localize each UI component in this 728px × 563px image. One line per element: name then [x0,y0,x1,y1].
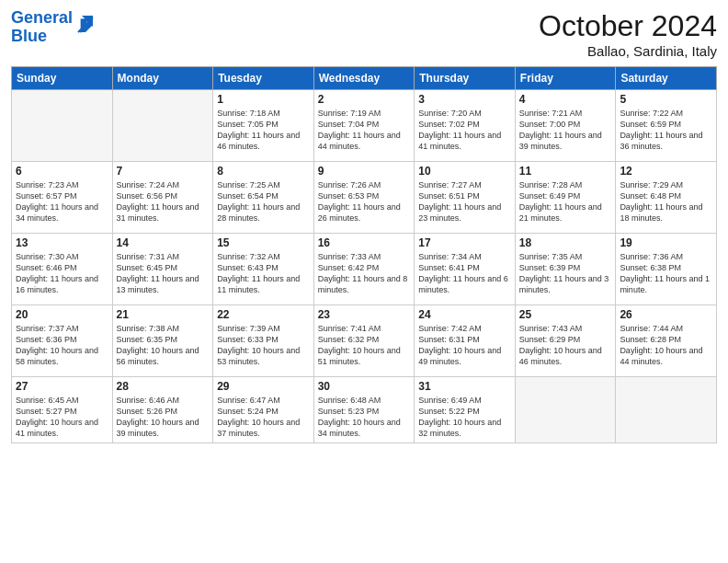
day-info: Sunrise: 7:42 AM Sunset: 6:31 PM Dayligh… [418,323,511,368]
day-number: 21 [117,308,210,321]
calendar-week-row: 1Sunrise: 7:18 AM Sunset: 7:05 PM Daylig… [12,90,717,162]
th-monday: Monday [112,67,213,90]
calendar-cell: 8Sunrise: 7:25 AM Sunset: 6:54 PM Daylig… [213,162,314,234]
calendar-week-row: 20Sunrise: 7:37 AM Sunset: 6:36 PM Dayli… [12,305,717,377]
day-info: Sunrise: 7:38 AM Sunset: 6:35 PM Dayligh… [117,323,210,368]
calendar-cell: 29Sunrise: 6:47 AM Sunset: 5:24 PM Dayli… [213,377,314,443]
day-info: Sunrise: 7:39 AM Sunset: 6:33 PM Dayligh… [217,323,310,368]
th-saturday: Saturday [616,67,717,90]
day-number: 9 [318,165,411,178]
calendar-cell: 28Sunrise: 6:46 AM Sunset: 5:26 PM Dayli… [112,377,213,443]
day-number: 2 [318,93,411,106]
day-info: Sunrise: 7:29 AM Sunset: 6:48 PM Dayligh… [620,179,712,224]
day-number: 29 [217,380,310,393]
day-info: Sunrise: 7:23 AM Sunset: 6:57 PM Dayligh… [16,179,108,224]
calendar-cell: 11Sunrise: 7:28 AM Sunset: 6:49 PM Dayli… [515,162,616,234]
calendar-cell [616,377,717,443]
calendar-cell: 5Sunrise: 7:22 AM Sunset: 6:59 PM Daylig… [616,90,717,162]
calendar-week-row: 6Sunrise: 7:23 AM Sunset: 6:57 PM Daylig… [12,162,717,234]
day-number: 4 [519,93,612,106]
day-number: 16 [318,236,411,249]
day-info: Sunrise: 7:41 AM Sunset: 6:32 PM Dayligh… [318,323,411,368]
day-info: Sunrise: 6:45 AM Sunset: 5:27 PM Dayligh… [16,395,108,440]
day-number: 22 [217,308,310,321]
day-number: 7 [117,165,210,178]
th-wednesday: Wednesday [313,67,415,90]
calendar-cell: 26Sunrise: 7:44 AM Sunset: 6:28 PM Dayli… [616,305,717,377]
location: Ballao, Sardinia, Italy [539,43,717,59]
page-container: General Blue October 2024 Ballao, Sardin… [0,0,728,451]
calendar-cell: 17Sunrise: 7:34 AM Sunset: 6:41 PM Dayli… [415,234,516,305]
title-block: October 2024 Ballao, Sardinia, Italy [539,9,717,59]
day-info: Sunrise: 7:37 AM Sunset: 6:36 PM Dayligh… [16,323,108,368]
th-thursday: Thursday [415,67,516,90]
day-number: 1 [217,93,310,106]
calendar-cell: 9Sunrise: 7:26 AM Sunset: 6:53 PM Daylig… [313,162,415,234]
calendar-cell: 1Sunrise: 7:18 AM Sunset: 7:05 PM Daylig… [213,90,314,162]
day-info: Sunrise: 7:18 AM Sunset: 7:05 PM Dayligh… [217,108,310,153]
calendar-cell: 30Sunrise: 6:48 AM Sunset: 5:23 PM Dayli… [313,377,415,443]
day-number: 5 [620,93,712,106]
calendar-cell: 10Sunrise: 7:27 AM Sunset: 6:51 PM Dayli… [415,162,516,234]
calendar-week-row: 27Sunrise: 6:45 AM Sunset: 5:27 PM Dayli… [12,377,717,443]
day-info: Sunrise: 7:20 AM Sunset: 7:02 PM Dayligh… [418,108,511,153]
th-sunday: Sunday [12,67,113,90]
calendar-cell: 4Sunrise: 7:21 AM Sunset: 7:00 PM Daylig… [515,90,616,162]
day-info: Sunrise: 7:26 AM Sunset: 6:53 PM Dayligh… [318,179,411,224]
calendar-cell: 27Sunrise: 6:45 AM Sunset: 5:27 PM Dayli… [12,377,113,443]
day-number: 26 [620,308,712,321]
calendar-cell [12,90,113,162]
day-number: 24 [418,308,511,321]
day-info: Sunrise: 7:25 AM Sunset: 6:54 PM Dayligh… [217,179,310,224]
calendar-week-row: 13Sunrise: 7:30 AM Sunset: 6:46 PM Dayli… [12,234,717,305]
th-tuesday: Tuesday [213,67,314,90]
day-info: Sunrise: 7:32 AM Sunset: 6:43 PM Dayligh… [217,251,310,296]
th-friday: Friday [515,67,616,90]
day-number: 13 [16,236,108,249]
day-info: Sunrise: 7:22 AM Sunset: 6:59 PM Dayligh… [620,108,712,153]
day-number: 15 [217,236,310,249]
day-number: 28 [117,380,210,393]
calendar-cell: 23Sunrise: 7:41 AM Sunset: 6:32 PM Dayli… [313,305,415,377]
day-info: Sunrise: 7:27 AM Sunset: 6:51 PM Dayligh… [418,179,511,224]
calendar-cell: 24Sunrise: 7:42 AM Sunset: 6:31 PM Dayli… [415,305,516,377]
calendar-cell: 22Sunrise: 7:39 AM Sunset: 6:33 PM Dayli… [213,305,314,377]
calendar-cell: 31Sunrise: 6:49 AM Sunset: 5:22 PM Dayli… [415,377,516,443]
calendar-table: Sunday Monday Tuesday Wednesday Thursday… [11,66,717,443]
calendar-cell [515,377,616,443]
day-number: 19 [620,236,712,249]
calendar-cell: 18Sunrise: 7:35 AM Sunset: 6:39 PM Dayli… [515,234,616,305]
calendar-cell: 7Sunrise: 7:24 AM Sunset: 6:56 PM Daylig… [112,162,213,234]
day-number: 20 [16,308,108,321]
calendar-cell: 20Sunrise: 7:37 AM Sunset: 6:36 PM Dayli… [12,305,113,377]
day-number: 27 [16,380,108,393]
day-info: Sunrise: 7:33 AM Sunset: 6:42 PM Dayligh… [318,251,411,296]
day-info: Sunrise: 7:21 AM Sunset: 7:00 PM Dayligh… [519,108,612,153]
day-info: Sunrise: 7:44 AM Sunset: 6:28 PM Dayligh… [620,323,712,368]
day-info: Sunrise: 7:28 AM Sunset: 6:49 PM Dayligh… [519,179,612,224]
calendar-cell: 3Sunrise: 7:20 AM Sunset: 7:02 PM Daylig… [415,90,516,162]
calendar-cell: 12Sunrise: 7:29 AM Sunset: 6:48 PM Dayli… [616,162,717,234]
day-number: 14 [117,236,210,249]
logo: General Blue [11,9,95,46]
day-info: Sunrise: 7:31 AM Sunset: 6:45 PM Dayligh… [117,251,210,296]
day-number: 10 [418,165,511,178]
calendar-cell: 19Sunrise: 7:36 AM Sunset: 6:38 PM Dayli… [616,234,717,305]
day-number: 8 [217,165,310,178]
day-info: Sunrise: 7:34 AM Sunset: 6:41 PM Dayligh… [418,251,511,296]
day-info: Sunrise: 7:24 AM Sunset: 6:56 PM Dayligh… [117,179,210,224]
day-number: 23 [318,308,411,321]
calendar-cell: 25Sunrise: 7:43 AM Sunset: 6:29 PM Dayli… [515,305,616,377]
day-number: 17 [418,236,511,249]
day-info: Sunrise: 7:36 AM Sunset: 6:38 PM Dayligh… [620,251,712,296]
calendar-cell: 2Sunrise: 7:19 AM Sunset: 7:04 PM Daylig… [313,90,415,162]
calendar-cell: 16Sunrise: 7:33 AM Sunset: 6:42 PM Dayli… [313,234,415,305]
day-info: Sunrise: 6:47 AM Sunset: 5:24 PM Dayligh… [217,395,310,440]
day-info: Sunrise: 6:46 AM Sunset: 5:26 PM Dayligh… [117,395,210,440]
header: General Blue October 2024 Ballao, Sardin… [11,9,717,59]
day-info: Sunrise: 7:43 AM Sunset: 6:29 PM Dayligh… [519,323,612,368]
day-info: Sunrise: 6:49 AM Sunset: 5:22 PM Dayligh… [418,395,511,440]
calendar-cell: 14Sunrise: 7:31 AM Sunset: 6:45 PM Dayli… [112,234,213,305]
calendar-cell: 21Sunrise: 7:38 AM Sunset: 6:35 PM Dayli… [112,305,213,377]
logo-text: General Blue [11,9,73,46]
